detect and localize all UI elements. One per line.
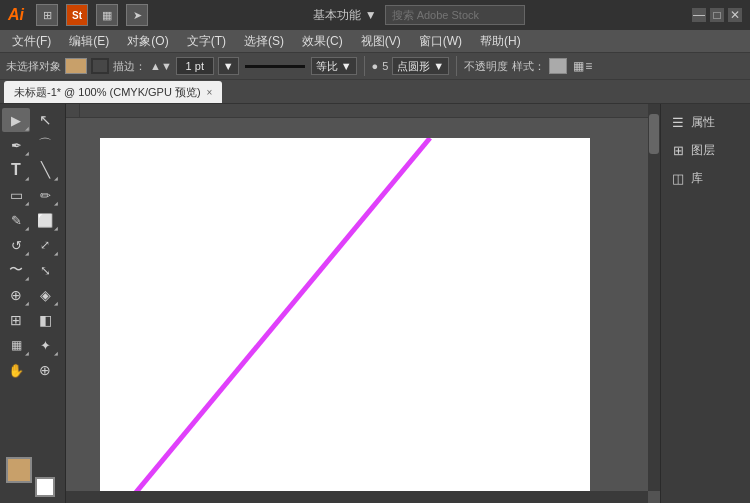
hand-tool[interactable]: ✋ (2, 358, 30, 382)
maximize-button[interactable]: □ (710, 8, 724, 22)
stroke-line-preview (245, 65, 305, 68)
selection-tool[interactable]: ▶◢ (2, 108, 30, 132)
document-tab[interactable]: 未标题-1* @ 100% (CMYK/GPU 预览) × (4, 81, 222, 103)
rect-tool[interactable]: ▭◢ (2, 183, 30, 207)
style-label: 样式： (512, 59, 545, 74)
separator-2 (456, 56, 457, 76)
stock-search-input[interactable] (385, 5, 525, 25)
options-bar: 未选择对象 描边： ▲ ▼ ▼ 等比 ▼ ● 5 点圆形 ▼ 不透明度 样式： … (0, 52, 750, 80)
canvas-white (100, 138, 590, 491)
workspace-label[interactable]: 基本功能 ▼ (313, 7, 376, 24)
style-swatch[interactable] (549, 58, 567, 74)
menu-help[interactable]: 帮助(H) (472, 31, 529, 52)
horizontal-scrollbar[interactable] (66, 491, 648, 503)
symbol-tool[interactable]: ✦◢ (31, 333, 59, 357)
close-button[interactable]: ✕ (728, 8, 742, 22)
tool-row-7: 〜◢ ⤡ (2, 258, 63, 282)
properties-icon: ☰ (669, 113, 687, 131)
tool-row-9: ⊞ ◧ (2, 308, 63, 332)
warp-tool[interactable]: 〜◢ (2, 258, 30, 282)
stroke-up-icon[interactable]: ▲ (150, 60, 161, 72)
left-toolbar: ▶◢ ↖ ✒◢ ⌒ T◢ ╲◢ ▭◢ (0, 104, 66, 503)
right-panel: ☰ 属性 ⊞ 图层 ◫ 库 (660, 104, 750, 503)
layers-panel-button[interactable]: ⊞ 图层 (661, 136, 750, 164)
tool-row-4: ▭◢ ✏◢ (2, 183, 63, 207)
vertical-scrollbar[interactable] (648, 104, 660, 491)
tab-close-button[interactable]: × (207, 87, 213, 98)
graph-tool[interactable]: ▦◢ (2, 333, 30, 357)
canvas-area[interactable] (66, 104, 660, 503)
tool-row-8: ⊕◢ ◈◢ (2, 283, 63, 307)
scale-tool[interactable]: ⤢◢ (31, 233, 59, 257)
rotate-tool[interactable]: ↺◢ (2, 233, 30, 257)
menu-window[interactable]: 窗口(W) (411, 31, 470, 52)
icon-grid[interactable]: ⊞ (36, 4, 58, 26)
canvas-scroll[interactable] (80, 118, 648, 491)
tool-row-2: ✒◢ ⌒ (2, 133, 63, 157)
gradient-tool[interactable]: ◧ (31, 308, 59, 332)
shape-builder-tool[interactable]: ⊕◢ (2, 283, 30, 307)
menu-file[interactable]: 文件(F) (4, 31, 59, 52)
tool-row-1: ▶◢ ↖ (2, 108, 63, 132)
type-tool[interactable]: T◢ (2, 158, 30, 182)
libraries-label: 库 (691, 170, 703, 187)
pencil-tool[interactable]: ✎◢ (2, 208, 30, 232)
no-selection-label: 未选择对象 (6, 59, 61, 74)
stroke-width-dropdown[interactable]: ▼ (218, 57, 239, 75)
opacity-label: 不透明度 (464, 59, 508, 74)
stroke-type-dropdown[interactable]: 等比 ▼ (311, 57, 357, 75)
color-swatch-area (2, 455, 63, 499)
fill-swatch[interactable] (65, 58, 87, 74)
tool-row-3: T◢ ╲◢ (2, 158, 63, 182)
icon-st[interactable]: St (66, 4, 88, 26)
line-tool[interactable]: ╲◢ (31, 158, 59, 182)
mesh-tool[interactable]: ⊞ (2, 308, 30, 332)
panel-toggle-1[interactable]: ▦ (573, 59, 584, 73)
background-color-swatch[interactable] (35, 477, 55, 497)
panel-toggle-2[interactable]: ≡ (585, 59, 592, 73)
tool-row-6: ↺◢ ⤢◢ (2, 233, 63, 257)
perspective-tool[interactable]: ◈◢ (31, 283, 59, 307)
main-layout: ▶◢ ↖ ✒◢ ⌒ T◢ ╲◢ ▭◢ (0, 104, 750, 503)
tool-row-11: ✋ ⊕ (2, 358, 63, 382)
dot-count: 5 (382, 60, 388, 72)
menu-bar: 文件(F) 编辑(E) 对象(O) 文字(T) 选择(S) 效果(C) 视图(V… (0, 30, 750, 52)
foreground-color-swatch[interactable] (6, 457, 32, 483)
pen-tool[interactable]: ✒◢ (2, 133, 30, 157)
stroke-width-input[interactable] (176, 57, 214, 75)
menu-effect[interactable]: 效果(C) (294, 31, 351, 52)
menu-text[interactable]: 文字(T) (179, 31, 234, 52)
direct-selection-tool[interactable]: ↖ (31, 108, 59, 132)
tab-bar: 未标题-1* @ 100% (CMYK/GPU 预览) × (0, 80, 750, 104)
ai-logo: Ai (8, 6, 24, 24)
svg-line-0 (100, 138, 430, 491)
free-transform-tool[interactable]: ⤡ (31, 258, 59, 282)
arrow-line-svg (100, 138, 590, 491)
layers-icon: ⊞ (669, 141, 687, 159)
paintbrush-tool[interactable]: ✏◢ (31, 183, 59, 207)
icon-send[interactable]: ➤ (126, 4, 148, 26)
shape-dropdown[interactable]: 点圆形 ▼ (392, 57, 449, 75)
zoom-tool[interactable]: ⊕ (31, 358, 59, 382)
dot-label: ● (372, 60, 379, 72)
menu-view[interactable]: 视图(V) (353, 31, 409, 52)
left-ruler (66, 104, 80, 117)
separator-1 (364, 56, 365, 76)
properties-panel-button[interactable]: ☰ 属性 (661, 108, 750, 136)
title-bar: Ai ⊞ St ▦ ➤ 基本功能 ▼ — □ ✕ (0, 0, 750, 30)
vertical-scroll-thumb[interactable] (649, 114, 659, 154)
stroke-down-icon[interactable]: ▼ (161, 60, 172, 72)
stroke-swatch[interactable] (91, 58, 109, 74)
menu-select[interactable]: 选择(S) (236, 31, 292, 52)
tool-row-10: ▦◢ ✦◢ (2, 333, 63, 357)
icon-arrange[interactable]: ▦ (96, 4, 118, 26)
minimize-button[interactable]: — (692, 8, 706, 22)
menu-object[interactable]: 对象(O) (119, 31, 176, 52)
menu-edit[interactable]: 编辑(E) (61, 31, 117, 52)
top-ruler (66, 104, 660, 118)
libraries-icon: ◫ (669, 169, 687, 187)
curvature-tool[interactable]: ⌒ (31, 133, 59, 157)
eraser-tool[interactable]: ⬜◢ (31, 208, 59, 232)
tool-row-5: ✎◢ ⬜◢ (2, 208, 63, 232)
libraries-panel-button[interactable]: ◫ 库 (661, 164, 750, 192)
